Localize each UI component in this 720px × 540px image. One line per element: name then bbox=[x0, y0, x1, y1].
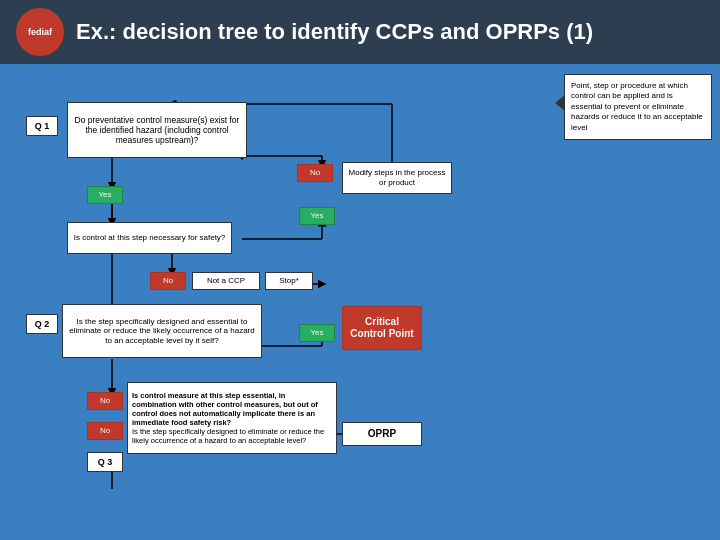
control-step-question: Is control at this step necessary for sa… bbox=[67, 222, 232, 254]
oprp-box: OPRP bbox=[342, 422, 422, 446]
yes3-label: Yes bbox=[299, 324, 335, 342]
no2-label: No bbox=[150, 272, 186, 290]
callout-text: Point, step or procedure at which contro… bbox=[571, 81, 703, 132]
no3-label: No bbox=[87, 392, 123, 410]
no-label-1: No bbox=[297, 164, 333, 182]
stop-label: Stop* bbox=[265, 272, 313, 290]
modify-steps: Modify steps in the process or product bbox=[342, 162, 452, 194]
decision-tree: Q 1 Do preventative control measure(s) e… bbox=[12, 74, 492, 534]
q2-label: Q 2 bbox=[26, 314, 58, 334]
q2-question: Is the step specifically designed and es… bbox=[62, 304, 262, 358]
control-measure-bold: Is control measure at this step essentia… bbox=[132, 391, 318, 427]
header: fediaf Ex.: decision tree to identify CC… bbox=[0, 0, 720, 64]
not-ccp-label: Not a CCP bbox=[192, 272, 260, 290]
logo: fediaf bbox=[16, 8, 64, 56]
step-designed-text: Is the step specifically designed to eli… bbox=[132, 427, 324, 445]
yes2-label: Yes bbox=[299, 207, 335, 225]
main-area: Q 1 Do preventative control measure(s) e… bbox=[0, 64, 720, 540]
logo-text: fediaf bbox=[28, 27, 52, 37]
q1-label: Q 1 bbox=[26, 116, 58, 136]
control-measure-text: Is control measure at this step essentia… bbox=[127, 382, 337, 454]
q1-question: Do preventative control measure(s) exist… bbox=[67, 102, 247, 158]
callout-box: Point, step or procedure at which contro… bbox=[564, 74, 712, 140]
yes-label: Yes bbox=[87, 186, 123, 204]
critical-control-point: Critical Control Point bbox=[342, 306, 422, 350]
no4-label: No bbox=[87, 422, 123, 440]
q3-label: Q 3 bbox=[87, 452, 123, 472]
page-title: Ex.: decision tree to identify CCPs and … bbox=[76, 19, 593, 45]
